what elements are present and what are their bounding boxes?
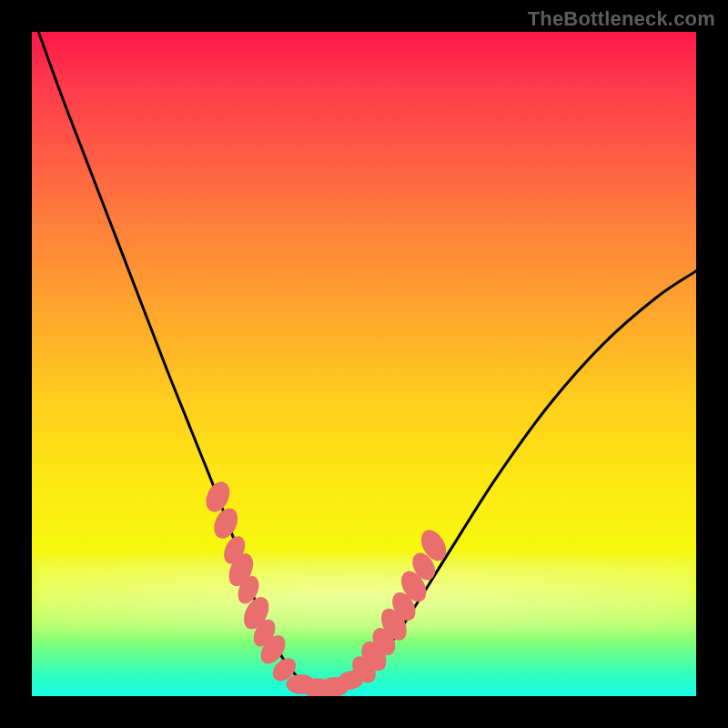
plot-area: [32, 32, 696, 696]
bottleneck-curve-path: [38, 32, 696, 691]
chart-frame: TheBottleneck.com: [0, 0, 728, 728]
bottleneck-curve-svg: [32, 32, 696, 696]
watermark-text: TheBottleneck.com: [528, 7, 715, 31]
curve-beads: [201, 478, 450, 696]
